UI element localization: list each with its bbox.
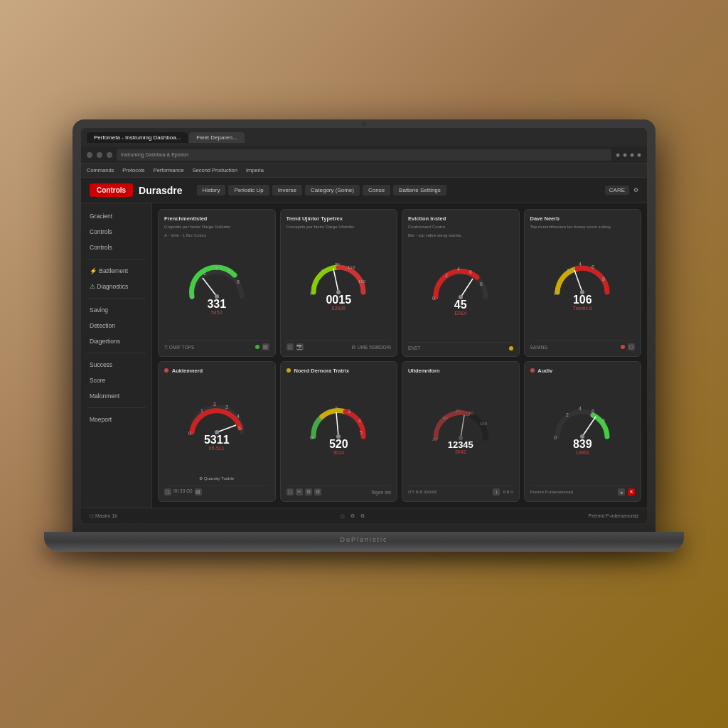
sidebar-item-detection[interactable]: Detection [81,318,151,333]
sidebar-item-diagertions[interactable]: Diagertions [81,334,151,348]
nav-forward[interactable] [97,152,102,158]
card-7-subvalue: 3042 [429,449,493,454]
nav-refresh[interactable] [107,152,112,158]
nav-tab-periodic[interactable]: Periodic Up [228,185,269,196]
card-2-icons: ◻ 📷 [287,343,304,350]
sidebar-item-malonment[interactable]: Malonment [81,389,151,403]
svg-text:1: 1 [200,408,203,413]
nav-tab-batterie[interactable]: Batterie Settings [393,185,446,196]
sidebar-item-moeport[interactable]: Moeport [81,412,151,427]
nav-tab-inverse[interactable]: Inverse [272,185,302,196]
card-3-subtitle: Contrisment Contra [408,225,513,230]
browser-nav-protocols[interactable]: Protocols [122,167,144,173]
svg-text:3: 3 [348,409,350,414]
card-4-subvalue: Trentic 8 [550,306,614,311]
browser-nav-second[interactable]: Second Production [193,167,237,173]
card-2-subtitle: Corcapids por factor Darge Ufoinths [287,225,392,230]
card-3-subtitle2: Ber - top valbe steng stantis. [408,233,513,239]
card-5-footer: ◻ I0I 33 G0 ▤ [164,485,269,496]
sidebar-item-controls2[interactable]: Controls [81,240,151,255]
sidebar: Gracient Controls Controls ⚡ Battlement … [81,203,152,508]
card-1-subvalue: 5452 [185,310,249,315]
icon-sm-1[interactable]: ▤ [262,343,269,350]
status-dot-8a [530,368,535,373]
browser-nav-performance[interactable]: Performance [154,167,184,173]
icon-sm-6a[interactable]: ◻ [287,488,294,496]
status-dot-4 [621,345,625,349]
icon-sm-2a[interactable]: ◻ [287,343,294,350]
icon-sm-6c[interactable]: ⚙ [305,488,312,496]
gauge-6-svg: 0 1 2 3 4 5 [306,402,370,441]
svg-text:2: 2 [445,273,448,278]
card-2: Trend Ujintor Typetrex Corcapids por fac… [280,209,398,357]
card-8-footer-text: Premnt P-intersenorad [530,490,573,494]
card-1-title: Frenchmentisted [164,215,269,222]
svg-text:4: 4 [579,262,582,267]
card-6-footer-icons: ◻ ✂ ⚙ ⚙ [287,488,321,496]
svg-text:2: 2 [566,412,569,417]
svg-text:8: 8 [480,282,483,287]
gauge-4-svg: 0 2 4 6 8 [550,258,614,297]
svg-text:60: 60 [456,409,461,413]
gauge-3-svg: 0 2 4 6 8 [429,263,493,302]
bottom-item-1[interactable]: ◻ Mastro 1b [90,513,117,519]
sidebar-item-diagnostics[interactable]: ⚠ Diagnostics [81,279,151,294]
icon-sm-6b[interactable]: ✂ [296,488,303,496]
gauge-7-svg: 20 40 60 80 100 [429,404,493,443]
browser-nav-imperia[interactable]: Imperia [246,167,264,173]
card-3-footer: ENST [408,342,513,350]
bottom-icon-1[interactable]: ◻ [341,513,345,519]
card-2-footer: ◻ 📷 R: UME 5036DORI [287,340,392,350]
sidebar-item-gracient[interactable]: Gracient [81,209,151,223]
card-8-footer-icons: ● ✕ [618,488,635,496]
bottom-icon-2[interactable]: ⚙ [350,513,355,519]
card-3-footer-icons [509,346,513,350]
card-6-footer-text: Togen Inb [370,490,391,495]
icon-sm-4[interactable]: ◻ [628,343,635,350]
sidebar-item-saving[interactable]: Saving [81,303,151,317]
icon-sm-8a[interactable]: ● [618,488,625,496]
nav-tab-conse[interactable]: Conse [363,185,390,196]
status-dot-3 [509,346,513,350]
nav-back[interactable] [87,152,92,158]
sidebar-item-controls1[interactable]: Controls [81,225,151,239]
card-1-subtitle2: A - Vink - 1 Bor Colors [164,233,269,239]
card-1-footer-icons: ▤ [255,343,269,350]
gauge-5-svg: 0 1 2 3 4 5 [185,398,249,437]
icon-sm-7a[interactable]: I [493,488,500,496]
nav-tab-history[interactable]: History [197,185,226,196]
card-1-subtitle: Grapoids por factor Darge Dufontio [164,225,269,230]
browser-tab-1[interactable]: Perfometa - Instruming Dashboa... [87,132,188,143]
svg-text:0: 0 [554,435,557,440]
browser-nav-commands[interactable]: Commands [87,167,114,173]
sidebar-item-battlement[interactable]: ⚡ Battlement [81,264,151,278]
icon-sm-5b[interactable]: ▤ [195,488,202,496]
nav-tab-category[interactable]: Category (Some) [305,185,360,196]
svg-text:6: 6 [592,264,594,269]
card-2-footer-text: R: UME 5036DORI [352,345,391,350]
icon-sm-6d[interactable]: ⚙ [314,488,321,496]
card-1-gauge: 0 2 4 6 8 [164,242,269,336]
logo-button[interactable]: Controls [90,183,133,197]
browser-tab-2[interactable]: Fleet Deparen... [189,132,244,143]
icon-sm-5a[interactable]: ◻ [164,488,171,496]
svg-text:6: 6 [469,269,472,274]
bottom-icon-3[interactable]: ⚙ [360,513,365,519]
icon-sm-2b[interactable]: 📷 [296,343,304,350]
svg-text:20: 20 [432,437,437,441]
card-4-subtitle: Top musmithestere les boney score sultre… [530,225,636,230]
svg-text:0: 0 [310,435,313,440]
settings-icon[interactable]: ⚙ [633,187,638,193]
icon-sm-8b[interactable]: ✕ [628,488,635,496]
svg-line-56 [582,417,596,437]
svg-text:110: 110 [348,265,355,269]
sidebar-item-score[interactable]: Score [81,373,151,387]
card-8: Audiv 0 2 [524,361,642,502]
svg-text:40: 40 [443,416,448,420]
address-bar[interactable]: Instruming Dashboa & Epotion [117,149,611,161]
svg-text:80: 80 [335,262,340,267]
svg-text:0: 0 [188,431,191,436]
laptop-wrapper: Perfometa - Instruming Dashboa... Fleet … [0,0,728,728]
content-grid: Frenchmentisted Grapoids por factor Darg… [152,203,647,508]
sidebar-item-success[interactable]: Success [81,358,151,372]
